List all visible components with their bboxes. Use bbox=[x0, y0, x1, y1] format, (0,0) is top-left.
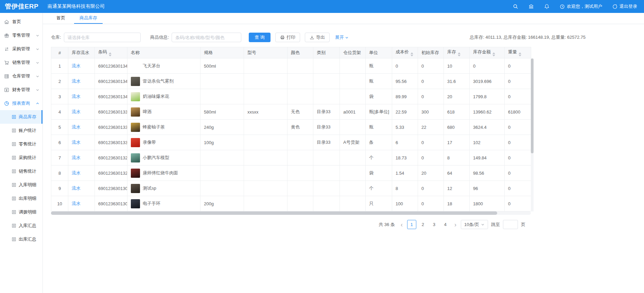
sidebar-item-outbound-summary[interactable]: 出库汇总 bbox=[0, 232, 42, 246]
vertical-scrollbar-thumb[interactable] bbox=[531, 58, 534, 153]
product-thumbnail bbox=[131, 123, 140, 132]
sidebar-item-label: 出库汇总 bbox=[19, 236, 36, 242]
cell-unit: 瓶 bbox=[366, 120, 392, 135]
logout-button[interactable]: 退出登录 bbox=[612, 3, 637, 10]
cell-spec: 200g bbox=[201, 196, 244, 211]
cell-category: 目录33 bbox=[313, 104, 340, 120]
welcome-text: 欢迎您，测试用户 bbox=[567, 3, 602, 10]
cell-initial_stock: 0 bbox=[418, 58, 444, 74]
cell-spec: 240g bbox=[201, 120, 244, 135]
flow-link[interactable]: 流水 bbox=[72, 63, 81, 68]
sidebar-item-label: 出库明细 bbox=[19, 195, 36, 202]
search-icon[interactable] bbox=[513, 4, 518, 9]
vertical-scrollbar[interactable] bbox=[531, 58, 534, 211]
cell-spec bbox=[201, 150, 244, 166]
sidebar-item-home[interactable]: 首页 bbox=[0, 15, 42, 29]
inventory-table-wrap: #库存流水条码名称规格型号颜色类别仓位货架单位成本价初始库存库存库存金额重量 1… bbox=[51, 47, 534, 215]
cell-initial_stock: 0 bbox=[418, 135, 444, 150]
pagination-next-button[interactable]: › bbox=[453, 222, 458, 228]
sidebar-item-sales-stats[interactable]: 销售统计 bbox=[0, 165, 42, 178]
print-button[interactable]: 打印 bbox=[275, 33, 300, 42]
flow-link[interactable]: 流水 bbox=[72, 140, 81, 145]
welcome-user[interactable]: 欢迎您，测试用户 bbox=[560, 3, 602, 10]
sort-carets-icon[interactable] bbox=[411, 52, 413, 56]
chevron-down-icon bbox=[481, 223, 485, 226]
sidebar-item-finance[interactable]: 财务管理 bbox=[0, 83, 42, 97]
column-header-stock[interactable]: 库存 bbox=[444, 47, 470, 58]
flow-link[interactable]: 流水 bbox=[72, 124, 81, 130]
sidebar-item-warehouse[interactable]: 仓库管理 bbox=[0, 69, 42, 83]
flow-link[interactable]: 流水 bbox=[72, 94, 81, 99]
sidebar-item-transfer-detail[interactable]: 调拨明细 bbox=[0, 205, 42, 219]
search-button[interactable]: 查 询 bbox=[249, 33, 271, 42]
tab-product-stock[interactable]: 商品库存 bbox=[74, 13, 103, 24]
app-logo: 管伊佳ERP bbox=[0, 2, 43, 11]
pagination-page-2[interactable]: 2 bbox=[418, 220, 428, 229]
sidebar-item-retail-stats[interactable]: 零售统计 bbox=[0, 137, 42, 151]
product-name: 飞天茅台 bbox=[143, 63, 160, 69]
sidebar-item-reports[interactable]: 报表查询 bbox=[0, 97, 42, 110]
sort-carets-icon[interactable] bbox=[109, 52, 111, 56]
sidebar-item-sales[interactable]: 销售管理 bbox=[0, 56, 42, 69]
chevron-down-icon bbox=[36, 74, 39, 78]
jump-page-input[interactable] bbox=[503, 220, 518, 229]
pagination-prev-button[interactable]: ‹ bbox=[399, 222, 404, 228]
pagination-page-4[interactable]: 4 bbox=[441, 220, 450, 229]
column-header-weight[interactable]: 重量 bbox=[505, 47, 531, 58]
cell-shelf bbox=[340, 89, 366, 104]
horizontal-scrollbar[interactable] bbox=[51, 211, 531, 215]
cell-flow: 流水 bbox=[68, 196, 95, 211]
column-header-cost[interactable]: 成本价 bbox=[392, 47, 418, 58]
sidebar-item-label: 首页 bbox=[12, 19, 21, 25]
expand-link[interactable]: 展开 bbox=[335, 34, 349, 40]
pagination-page-1[interactable]: 1 bbox=[407, 220, 416, 229]
sidebar-item-inbound-detail[interactable]: 入库明细 bbox=[0, 178, 42, 192]
column-header-shelf: 仓位货架 bbox=[340, 47, 366, 58]
product-info-input[interactable] bbox=[172, 33, 241, 42]
cell-name: 康师傅红烧牛肉面 bbox=[127, 166, 201, 181]
column-label: 类别 bbox=[317, 50, 326, 55]
cell-weight: 0 bbox=[505, 196, 531, 211]
cell-unit: 袋 bbox=[366, 166, 392, 181]
warehouse-select[interactable] bbox=[64, 33, 141, 42]
sort-carets-icon[interactable] bbox=[492, 52, 495, 56]
bell-icon[interactable] bbox=[544, 4, 550, 9]
page-size-select[interactable]: 10条/页 bbox=[461, 220, 488, 229]
flow-link[interactable]: 流水 bbox=[72, 170, 81, 175]
cell-stock: 10 bbox=[444, 58, 470, 74]
cell-index: 3 bbox=[51, 89, 68, 104]
flow-link[interactable]: 流水 bbox=[72, 109, 81, 114]
sidebar-item-outbound-detail[interactable]: 出库明细 bbox=[0, 192, 42, 205]
product-thumbnail bbox=[131, 169, 140, 178]
sort-carets-icon[interactable] bbox=[458, 52, 460, 56]
sidebar-item-retail[interactable]: 零售管理 bbox=[0, 29, 42, 42]
flow-link[interactable]: 流水 bbox=[72, 201, 81, 206]
flow-link[interactable]: 流水 bbox=[72, 186, 81, 191]
doc-icon bbox=[12, 115, 16, 119]
sidebar-item-purchase-stats[interactable]: 采购统计 bbox=[0, 151, 42, 165]
sidebar-item-product-stock[interactable]: 商品库存 bbox=[0, 110, 42, 124]
tab-home[interactable]: 首页 bbox=[51, 13, 71, 24]
top-bar: 管伊佳ERP 南通某某网络科技有限公司 欢迎您，测试用户 退出登录 bbox=[0, 0, 644, 13]
sidebar-item-account-stats[interactable]: 账户统计 bbox=[0, 124, 42, 137]
product-name: 电子手环 bbox=[143, 201, 160, 207]
doc-icon bbox=[12, 223, 16, 228]
sidebar-item-purchase[interactable]: 采购管理 bbox=[0, 42, 42, 56]
cell-weight: 0 bbox=[505, 74, 531, 89]
doc-icon bbox=[12, 169, 16, 174]
export-button[interactable]: 导出 bbox=[305, 33, 330, 42]
horizontal-scrollbar-thumb[interactable] bbox=[51, 211, 497, 215]
pagination-page-3[interactable]: 3 bbox=[430, 220, 439, 229]
sort-carets-icon[interactable] bbox=[519, 52, 521, 56]
flow-link[interactable]: 流水 bbox=[72, 155, 81, 160]
column-header-stock_amount[interactable]: 库存金额 bbox=[470, 47, 505, 58]
cell-barcode: 6901236301341 bbox=[95, 74, 127, 89]
column-header-spec: 规格 bbox=[201, 47, 244, 58]
flow-link[interactable]: 流水 bbox=[72, 79, 81, 84]
product-info-label: 商品信息: bbox=[150, 34, 169, 40]
bank-icon[interactable] bbox=[528, 4, 534, 9]
cell-name: 奶油味爆米花 bbox=[127, 89, 201, 104]
company-name: 南通某某网络科技有限公司 bbox=[48, 3, 105, 10]
column-header-barcode[interactable]: 条码 bbox=[95, 47, 127, 58]
sidebar-item-inbound-summary[interactable]: 入库汇总 bbox=[0, 219, 42, 232]
